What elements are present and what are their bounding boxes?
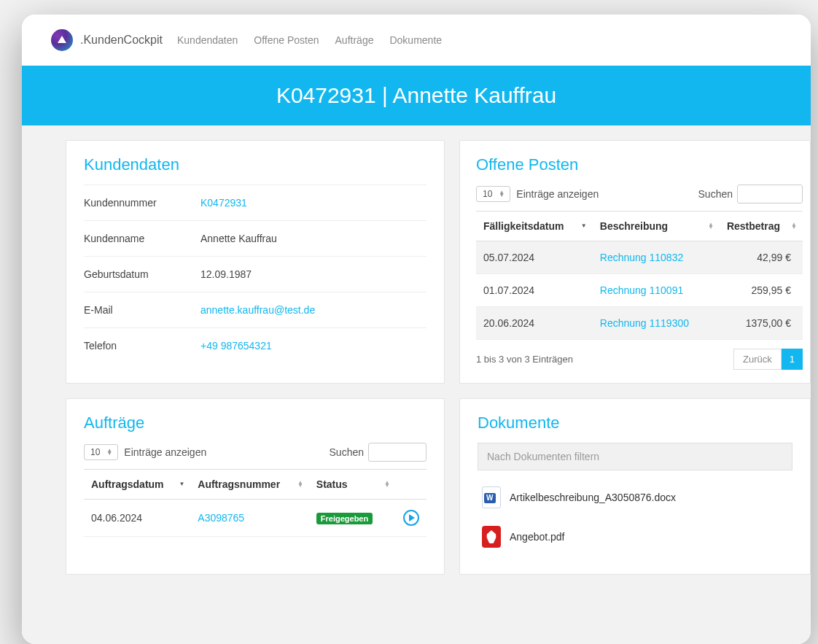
cell-betrag: 1375,00 € (720, 307, 803, 340)
entries-label: Einträge anzeigen (124, 446, 206, 458)
nav-tab-dokumente[interactable]: Dokumente (389, 34, 442, 46)
page-size-value: 10 (90, 447, 100, 457)
nav-tabs: Kundendaten Offene Posten Aufträge Dokum… (177, 34, 442, 46)
sort-icon: ▲▼ (384, 481, 390, 487)
offene-search-input[interactable] (737, 185, 803, 203)
table-row: 01.07.2024 Rechnung 110091 259,95 € (476, 274, 803, 307)
pdf-file-icon (482, 526, 501, 548)
kv-label: Geburtsdatum (84, 268, 200, 280)
nav-tab-offene-posten[interactable]: Offene Posten (254, 34, 319, 46)
page-size-value: 10 (483, 189, 492, 199)
brand-logo-icon (51, 29, 73, 51)
nav-tab-kundendaten[interactable]: Kundendaten (177, 34, 238, 46)
datatable-top: 10 ▲▼ Einträge anzeigen Suchen (84, 443, 426, 462)
dokumente-card: Dokumente Nach Dokumenten filtern Artike… (459, 398, 811, 575)
cell-betrag: 259,95 € (720, 274, 803, 307)
search-label: Suchen (698, 188, 733, 200)
page-size-select[interactable]: 10 ▲▼ (84, 444, 118, 460)
kv-label: E-Mail (84, 304, 200, 316)
pager-current-page[interactable]: 1 (782, 349, 803, 370)
page-banner: K0472931 | Annette Kauffrau (22, 66, 811, 125)
sort-icon: ▲▼ (297, 481, 303, 487)
table-row: 20.06.2024 Rechnung 1119300 1375,00 € (476, 307, 803, 340)
auftraege-title: Aufträge (84, 414, 426, 432)
pager-prev-button[interactable]: Zurück (733, 349, 782, 370)
kv-value-link[interactable]: annette.kauffrau@test.de (200, 304, 426, 316)
brand-text: .KundenCockpit (80, 34, 163, 47)
document-item[interactable]: Angebot.pdf (478, 517, 792, 556)
sort-icon: ▼ (581, 225, 587, 228)
kundendaten-card: Kundendaten Kundennummer K0472931 Kunden… (66, 140, 445, 384)
sort-icon: ▲▼ (791, 223, 797, 229)
page-size-select[interactable]: 10 ▲▼ (476, 186, 510, 202)
word-file-icon (482, 486, 501, 508)
document-name: Angebot.pdf (510, 531, 565, 543)
kv-row-kundennummer: Kundennummer K0472931 (84, 185, 426, 220)
datatable-top: 10 ▲▼ Einträge anzeigen Suchen (476, 185, 803, 203)
rechnung-link[interactable]: Rechnung 110091 (600, 284, 683, 296)
sort-icon: ▲▼ (708, 223, 714, 229)
dokumente-filter-input[interactable]: Nach Dokumenten filtern (478, 443, 792, 470)
search-label: Suchen (330, 446, 364, 458)
col-faelligkeitsdatum[interactable]: Fälligkeitsdatum▼ (476, 212, 593, 241)
col-auftragsnummer[interactable]: Auftragsnummer▲▼ (190, 470, 309, 500)
auftragsnummer-link[interactable]: A3098765 (198, 512, 244, 524)
kv-value-link[interactable]: K0472931 (200, 197, 426, 209)
col-status[interactable]: Status▲▼ (309, 470, 396, 500)
kv-label: Telefon (84, 340, 200, 352)
cell-datum: 01.07.2024 (476, 274, 593, 307)
status-badge: Freigegeben (316, 513, 373, 524)
col-beschreibung[interactable]: Beschreibung▲▼ (593, 212, 720, 241)
rechnung-link[interactable]: Rechnung 110832 (600, 252, 683, 263)
col-auftragsdatum[interactable]: Auftragsdatum▼ (84, 470, 190, 500)
kv-label: Kundennummer (84, 197, 200, 209)
col-action (396, 470, 426, 500)
cell-datum: 20.06.2024 (476, 307, 593, 340)
banner-text: K0472931 | Annette Kauffrau (276, 83, 556, 108)
topbar: .KundenCockpit Kundendaten Offene Posten… (22, 15, 811, 66)
play-icon[interactable] (403, 510, 419, 526)
brand: .KundenCockpit (51, 29, 163, 51)
cell-datum: 04.06.2024 (84, 500, 190, 537)
pagination: Zurück 1 (733, 349, 803, 370)
auftraege-card: Aufträge 10 ▲▼ Einträge anzeigen Suchen (66, 398, 445, 575)
kv-row-geburtsdatum: Geburtsdatum 12.09.1987 (84, 256, 426, 292)
auftraege-search-input[interactable] (368, 443, 426, 462)
kv-value-link[interactable]: +49 987654321 (200, 340, 426, 352)
col-restbetrag[interactable]: Restbetrag▲▼ (720, 212, 803, 241)
auftraege-table: Auftragsdatum▼ Auftragsnummer▲▼ Status▲▼… (84, 469, 426, 537)
offene-posten-title: Offene Posten (476, 155, 803, 174)
kundendaten-title: Kundendaten (84, 155, 426, 174)
offene-posten-card: Offene Posten 10 ▲▼ Einträge anzeigen Su… (459, 140, 811, 384)
datatable-info: 1 bis 3 von 3 Einträgen (476, 354, 573, 365)
app-window: .KundenCockpit Kundendaten Offene Posten… (22, 15, 811, 644)
table-row: 05.07.2024 Rechnung 110832 42,99 € (476, 241, 803, 274)
kv-value: Annette Kauffrau (200, 233, 426, 244)
entries-label: Einträge anzeigen (516, 188, 599, 200)
datatable-bottom: 1 bis 3 von 3 Einträgen Zurück 1 (476, 349, 803, 370)
nav-tab-auftraege[interactable]: Aufträge (335, 34, 374, 46)
cell-datum: 05.07.2024 (476, 241, 593, 274)
offene-table: Fälligkeitsdatum▼ Beschreibung▲▼ Restbet… (476, 211, 803, 340)
document-name: Artikelbeschreibung_A3050876.docx (510, 492, 676, 503)
kv-value: 12.09.1987 (200, 268, 426, 280)
select-arrows-icon: ▲▼ (106, 449, 112, 455)
kv-row-email: E-Mail annette.kauffrau@test.de (84, 292, 426, 327)
select-arrows-icon: ▲▼ (499, 191, 504, 197)
document-item[interactable]: Artikelbeschreibung_A3050876.docx (478, 478, 792, 517)
kv-row-kundenname: Kundenname Annette Kauffrau (84, 220, 426, 256)
rechnung-link[interactable]: Rechnung 1119300 (600, 317, 689, 329)
kv-label: Kundenname (84, 233, 200, 244)
dokumente-title: Dokumente (478, 414, 792, 432)
content: K0472931 | Annette Kauffrau Kundendaten … (22, 66, 811, 644)
kv-row-telefon: Telefon +49 987654321 (84, 327, 426, 363)
sort-icon: ▼ (179, 483, 184, 486)
table-row: 04.06.2024 A3098765 Freigegeben (84, 500, 426, 537)
cell-betrag: 42,99 € (720, 241, 803, 274)
